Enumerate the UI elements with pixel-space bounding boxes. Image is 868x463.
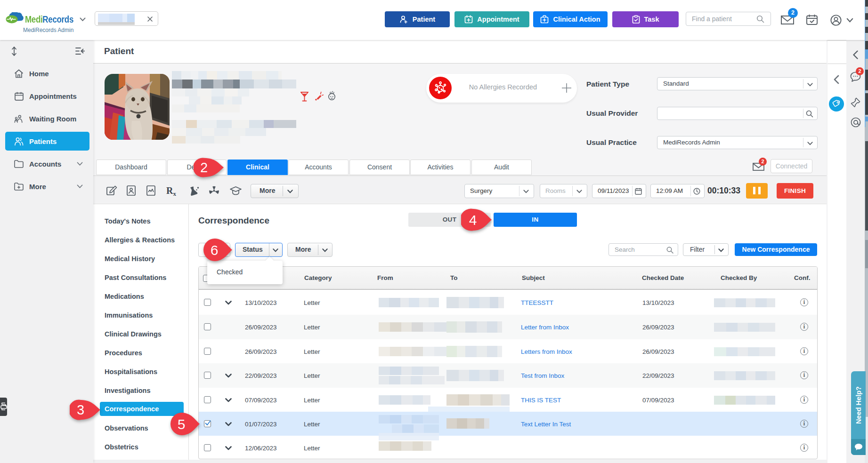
svg-text:3: 3	[77, 402, 84, 417]
svg-text:6: 6	[211, 242, 219, 258]
svg-text:5: 5	[178, 416, 186, 432]
svg-text:2: 2	[200, 160, 208, 175]
svg-text:4: 4	[469, 212, 477, 228]
